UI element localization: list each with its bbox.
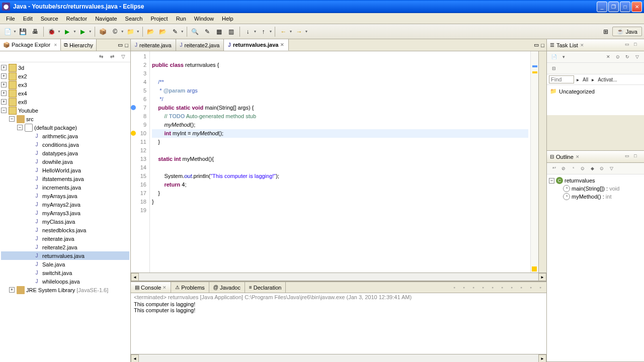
- menu-run[interactable]: Run: [172, 15, 190, 23]
- toggle-button[interactable]: ▥: [226, 26, 237, 37]
- tree-item[interactable]: Jconditions.java: [1, 140, 129, 149]
- problems-tab[interactable]: ⚠Problems: [171, 282, 209, 293]
- outline-tree[interactable]: −Creturnvaluesˢmain(String[]) : voidˢmyM…: [547, 174, 644, 361]
- tree-item[interactable]: Jswitchit.java: [1, 268, 129, 277]
- remove-all-button[interactable]: ▫: [469, 284, 477, 292]
- expand-toggle[interactable]: −: [17, 125, 23, 130]
- new-folder-button[interactable]: 📁: [125, 26, 136, 37]
- wand-button[interactable]: ✎: [170, 26, 181, 37]
- new-class-button[interactable]: ©: [110, 26, 121, 37]
- tree-item[interactable]: Jifstatements.java: [1, 174, 129, 183]
- close-icon[interactable]: ✕: [163, 285, 167, 290]
- expand-toggle[interactable]: +: [1, 82, 7, 87]
- run-button[interactable]: ▶: [62, 26, 73, 37]
- mark-button[interactable]: ▦: [214, 26, 225, 37]
- close-icon[interactable]: ✕: [576, 154, 580, 159]
- hierarchy-tab[interactable]: ⧉ Hierarchy: [61, 39, 97, 51]
- editor-hscroll[interactable]: ◄►: [131, 273, 546, 281]
- editor-tab[interactable]: Jreturnvalues.java✕: [224, 39, 289, 51]
- debug-button[interactable]: 🐞: [46, 26, 57, 37]
- tree-item[interactable]: Jwhileloops.java: [1, 277, 129, 286]
- uncategorized-category[interactable]: 📁 Uncategorized: [549, 87, 642, 96]
- minimize-view-button[interactable]: ▭: [118, 42, 123, 48]
- search-button[interactable]: 🔍: [190, 26, 201, 37]
- back-button[interactable]: ←: [278, 26, 289, 37]
- menu-navigate[interactable]: Navigate: [91, 15, 121, 23]
- console-tab[interactable]: ▤Console✕: [131, 282, 171, 293]
- forward-button[interactable]: →: [293, 26, 304, 37]
- sync-button[interactable]: ↻: [623, 53, 631, 61]
- prev-annotation-button[interactable]: ↑: [258, 26, 269, 37]
- tree-item[interactable]: JmyArrays3.java: [1, 209, 129, 217]
- tree-item[interactable]: JSale.java: [1, 260, 129, 268]
- expand-toggle[interactable]: +: [1, 65, 7, 70]
- expand-toggle[interactable]: −: [1, 108, 7, 113]
- editor-tab[interactable]: Jreiterate2.java: [176, 39, 224, 51]
- tree-item[interactable]: Jreturnvalues.java: [1, 251, 129, 260]
- activate-button[interactable]: Activat...: [597, 77, 618, 82]
- open-type-button[interactable]: 📂: [145, 26, 156, 37]
- declaration-tab[interactable]: ≡Declaration: [245, 282, 286, 293]
- tree-item[interactable]: +ex4: [1, 89, 129, 98]
- run-last-button[interactable]: ▶: [77, 26, 89, 37]
- line-gutter[interactable]: 12345678910111213141516171819: [131, 51, 150, 273]
- outline-method[interactable]: ˢmyMethod() : int: [549, 193, 642, 201]
- code-editor[interactable]: 12345678910111213141516171819 public cla…: [131, 51, 546, 273]
- outline-class[interactable]: −Creturnvalues: [549, 176, 642, 185]
- open-perspective-button[interactable]: ⊞: [600, 26, 611, 37]
- menu-button[interactable]: ▽: [633, 53, 641, 61]
- tree-item[interactable]: +ex8: [1, 98, 129, 106]
- menu-source[interactable]: Source: [37, 15, 62, 23]
- hide-static-button[interactable]: ˢ: [569, 164, 577, 172]
- annotation-button[interactable]: ✎: [202, 26, 213, 37]
- close-icon[interactable]: ✕: [54, 43, 57, 47]
- link-editor-button[interactable]: ⇄: [108, 53, 116, 61]
- collapse-all-button[interactable]: ⇆: [97, 53, 105, 61]
- find-prev-button[interactable]: ▸: [576, 77, 580, 82]
- package-tree[interactable]: +3d+ex2+ex3+ex4+ex8−Youtube−src−(default…: [0, 62, 130, 362]
- hide-local-button[interactable]: ◆: [588, 164, 596, 172]
- tree-item[interactable]: −Youtube: [1, 106, 129, 115]
- open-button[interactable]: ▫: [517, 284, 525, 292]
- menu-file[interactable]: File: [2, 15, 19, 23]
- package-explorer-tab[interactable]: 📦 Package Explor ✕: [0, 39, 61, 51]
- expand-toggle[interactable]: +: [1, 73, 7, 79]
- menu-search[interactable]: Search: [121, 15, 147, 23]
- menu-project[interactable]: Project: [146, 15, 172, 23]
- menu-button[interactable]: ▽: [607, 164, 615, 172]
- minimize-view-button[interactable]: ▭: [625, 153, 632, 160]
- java-perspective[interactable]: ☕ Java: [612, 27, 642, 36]
- outline-method[interactable]: ˢmain(String[]) : void: [549, 185, 642, 193]
- scroll-lock-button[interactable]: ▫: [489, 284, 497, 292]
- tree-item[interactable]: JHelloWorld.java: [1, 166, 129, 174]
- next-annotation-button[interactable]: ↓: [243, 26, 254, 37]
- console-hscroll[interactable]: ◄►: [131, 354, 546, 362]
- tree-item[interactable]: JmyArrays2.java: [1, 200, 129, 209]
- save-button[interactable]: 💾: [18, 26, 29, 37]
- minimize-button[interactable]: _: [597, 2, 607, 12]
- expand-toggle[interactable]: +: [1, 90, 7, 96]
- close-button[interactable]: ✕: [631, 2, 642, 12]
- tree-item[interactable]: JmyArrays.java: [1, 192, 129, 200]
- view-menu-button[interactable]: ▽: [119, 53, 127, 61]
- console-output[interactable]: This computer is lagging!This computer i…: [131, 301, 546, 354]
- expand-toggle[interactable]: −: [9, 116, 15, 122]
- hide-nonpublic-button[interactable]: ⊙: [579, 164, 587, 172]
- javadoc-tab[interactable]: @Javadoc: [209, 282, 245, 293]
- focus-button[interactable]: ⊙: [614, 53, 622, 61]
- tree-item[interactable]: Jdowhile.java: [1, 157, 129, 166]
- maximize-view-button[interactable]: □: [125, 42, 128, 48]
- find-next-button[interactable]: ▸: [591, 77, 595, 82]
- minimize-view-button[interactable]: ▭: [534, 42, 539, 48]
- hide-fields-button[interactable]: ⊘: [559, 164, 568, 172]
- maximize-view-button[interactable]: □: [634, 153, 641, 160]
- menu-edit[interactable]: Edit: [19, 15, 37, 23]
- expand-toggle[interactable]: +: [9, 287, 15, 293]
- sort-button[interactable]: ᵃᶻ: [550, 164, 558, 172]
- all-button[interactable]: All: [582, 77, 589, 82]
- tree-item[interactable]: +JRE System Library [JavaSE-1.6]: [1, 286, 129, 294]
- close-icon[interactable]: ✕: [580, 43, 584, 48]
- overview-ruler[interactable]: [530, 51, 538, 273]
- editor-tab[interactable]: Jreiterate.java: [131, 39, 176, 51]
- editor-vscroll[interactable]: [538, 51, 546, 273]
